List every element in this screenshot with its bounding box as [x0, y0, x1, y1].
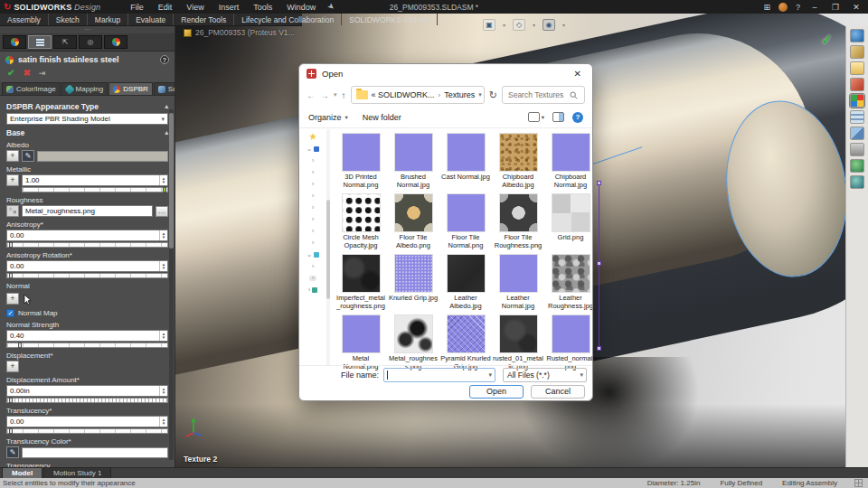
displacement-amount-slider[interactable] — [6, 398, 168, 403]
tree-expand-icon[interactable]: › — [312, 182, 315, 187]
breadcrumb-current[interactable]: Textures — [444, 90, 475, 99]
tree-expand-icon[interactable]: › — [312, 193, 315, 199]
tree-expand-icon[interactable]: › — [312, 158, 315, 164]
motion-study-tab[interactable]: Motion Study 1 — [43, 467, 111, 478]
minimize-button[interactable]: – — [808, 3, 821, 12]
displacement-add-texture-button[interactable]: + — [6, 361, 19, 372]
user-avatar[interactable] — [778, 3, 788, 12]
file-item[interactable]: rusted_01_metallic.png — [493, 314, 543, 371]
address-dropdown-icon[interactable]: ▾ — [478, 91, 482, 99]
organize-button[interactable]: Organize▾ — [308, 113, 348, 122]
file-item[interactable]: Leather Roughness.jpg — [545, 254, 593, 310]
confirmation-check-icon[interactable]: ✓ — [821, 32, 833, 48]
file-item[interactable]: Floor Tile Normal.png — [440, 193, 491, 249]
spinner-icon[interactable]: ▲▼ — [159, 417, 167, 427]
tab-solidworks-addins[interactable]: SOLIDWORKS Add-Ins — [342, 14, 438, 25]
file-item[interactable]: Leather Albedo.jpg — [440, 254, 491, 310]
restore-button[interactable]: ❐ — [829, 3, 842, 12]
dimension-handle-top[interactable] — [597, 181, 601, 185]
zoom-fit-icon[interactable]: ▣ — [483, 19, 495, 31]
breadcrumb-root[interactable]: « SOLIDWORK... — [372, 90, 435, 99]
file-explorer-icon[interactable] — [850, 61, 864, 75]
new-folder-button[interactable]: New folder — [363, 113, 401, 122]
back-icon[interactable]: ← — [307, 90, 316, 100]
metallic-slider[interactable] — [22, 187, 168, 192]
albedo-brush-icon[interactable]: ✎ — [22, 150, 34, 162]
dimension-line[interactable] — [599, 183, 599, 348]
file-item[interactable]: Brushed Normal.jpg — [388, 133, 439, 189]
model-tab[interactable]: Model — [2, 467, 42, 478]
spinner-icon[interactable]: ▲▼ — [159, 331, 167, 341]
file-type-dropdown[interactable]: All Files (*.*) ▾ — [503, 368, 587, 382]
tree-collapse-icon[interactable]: ⌄ — [307, 252, 313, 258]
translucency-slider[interactable] — [6, 428, 168, 434]
built-in-libraries-icon[interactable] — [850, 127, 864, 140]
refresh-icon[interactable]: ↻ — [489, 89, 497, 101]
appearances-scenes-icon[interactable] — [850, 94, 864, 108]
shading-model-dropdown[interactable]: Enterprise PBR Shading Model▾ — [6, 113, 168, 125]
propertymanager-tab[interactable] — [28, 35, 52, 49]
command-search-icon[interactable]: ⊞ — [763, 3, 770, 12]
recent-locations-icon[interactable]: ▾ — [334, 91, 337, 99]
menu-window[interactable]: Window — [280, 2, 322, 13]
this-pc-icon[interactable] — [314, 146, 319, 152]
menu-tools[interactable]: Tools — [247, 2, 278, 13]
file-item[interactable]: Cast Normal.jpg — [440, 133, 491, 189]
translucency-brush-icon[interactable]: ✎ — [6, 446, 19, 458]
up-icon[interactable]: ↑ — [342, 90, 346, 100]
search-box[interactable] — [502, 86, 585, 104]
view-orientation-icon[interactable]: ◇ — [513, 19, 525, 31]
dropdown-caret-icon[interactable]: ▾ — [503, 22, 505, 28]
spinner-icon[interactable]: ▲▼ — [159, 261, 167, 271]
anisotropy-rotation-slider[interactable] — [6, 273, 168, 278]
tree-expand-icon[interactable]: › — [308, 287, 311, 293]
anisotropy-slider[interactable] — [6, 242, 168, 248]
normal-add-texture-button[interactable]: + — [6, 293, 19, 305]
scrollbar-thumb[interactable] — [326, 200, 330, 299]
file-item[interactable]: Leather Normal.jpg — [493, 254, 543, 310]
view-mode-icon[interactable] — [528, 112, 540, 122]
featuremanager-tab[interactable] — [3, 35, 26, 49]
menu-view[interactable]: View — [180, 2, 210, 13]
spinner-icon[interactable]: ▲▼ — [159, 175, 167, 185]
dimension-handle-bottom[interactable] — [597, 346, 601, 351]
anisotropy-rotation-value-input[interactable]: 0.00 ▲▼ — [6, 260, 168, 272]
tree-expand-icon[interactable]: › — [312, 264, 315, 269]
favorites-star-icon[interactable] — [309, 133, 316, 140]
file-item[interactable]: 3D Printed Normal.png — [335, 133, 386, 189]
tree-expand-icon[interactable]: › — [312, 229, 315, 234]
tab-sketch[interactable]: Sketch — [49, 14, 88, 25]
panel-help-icon[interactable]: ? — [160, 55, 169, 64]
tab-markup[interactable]: Markup — [88, 14, 128, 25]
help-icon[interactable]: ? — [796, 3, 800, 12]
tab-dspbr[interactable]: DSPBR — [108, 82, 153, 95]
dimension-handle-mid[interactable] — [597, 261, 601, 266]
anisotropy-value-input[interactable]: 0.00 ▲▼ — [6, 230, 168, 241]
address-bar[interactable]: « SOLIDWORK... › Textures ▾ — [351, 86, 485, 104]
tab-surface-finish[interactable]: Surface Finish — [154, 82, 175, 95]
tree-collapse-icon[interactable]: ⌄ — [307, 146, 313, 152]
folder-tree-pane[interactable]: ⌄ › › › › › › › › ⌄ › › › — [299, 129, 326, 365]
roughness-browse-button[interactable]: … — [156, 206, 168, 217]
normal-strength-value-input[interactable]: 0.40 ▲▼ — [6, 330, 168, 342]
displaymanager-tab[interactable] — [104, 35, 127, 49]
file-item[interactable]: Floor Tile Albedo.png — [388, 193, 439, 249]
tree-expand-icon[interactable]: › — [312, 240, 315, 246]
normal-map-checkbox[interactable]: ✓ — [6, 309, 14, 317]
metallic-value-input[interactable]: 1.00 ▲▼ — [22, 174, 168, 186]
custom-properties-icon[interactable] — [850, 110, 864, 124]
spinner-icon[interactable]: ▲▼ — [159, 230, 167, 240]
keep-visible-pin-icon[interactable]: ⇥ — [39, 69, 46, 78]
units-grid-icon[interactable] — [854, 479, 863, 487]
dropdown-caret-icon[interactable]: ▾ — [533, 22, 535, 28]
file-item[interactable]: Circle Mesh Opacity.jpg — [335, 193, 386, 249]
roughness-texture-icon[interactable] — [6, 205, 19, 217]
scrollbar-thumb[interactable] — [169, 113, 174, 249]
tree-scrollbar[interactable] — [326, 129, 330, 365]
folder-node-icon[interactable] — [312, 287, 317, 293]
file-item[interactable]: Metal_roughness.png — [388, 314, 439, 371]
chevron-down-icon[interactable]: ▾ — [488, 371, 492, 379]
tab-assembly[interactable]: Assembly — [0, 14, 49, 25]
drive-icon[interactable] — [314, 252, 319, 258]
configurationmanager-tab[interactable]: ⇱ — [53, 35, 77, 49]
